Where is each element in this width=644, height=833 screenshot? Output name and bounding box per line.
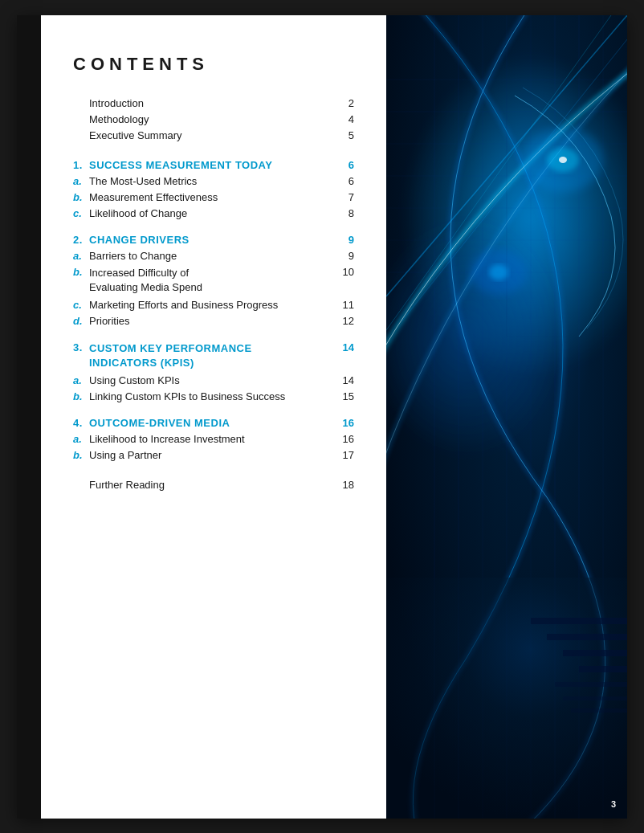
- section-1-sub-1: b. Measurement Effectiveness 7: [73, 191, 354, 203]
- section-1-sub-2: c. Likelihood of Change 8: [73, 207, 354, 219]
- sub-letter-3a: a.: [73, 374, 89, 386]
- intro-label-0: Introduction: [89, 97, 338, 109]
- section-3-sub-0: a. Using Custom KPIs 14: [73, 374, 354, 386]
- section-2-heading: CHANGE DRIVERS: [89, 234, 338, 246]
- sub-text-4a: Likelihood to Increase Investment: [89, 433, 338, 445]
- section-2-sub-1: b. Increased Difficulty ofEvaluating Med…: [73, 266, 354, 295]
- toc-section-2: 2. CHANGE DRIVERS 9 a. Barriers to Chang…: [73, 234, 354, 327]
- svg-point-20: [559, 157, 567, 163]
- section-2-page: 9: [338, 234, 354, 246]
- section-4-sub-1: b. Using a Partner 17: [73, 449, 354, 461]
- toc-section-1: 1. SUCCESS MEASUREMENT TODAY 6 a. The Mo…: [73, 159, 354, 219]
- svg-point-22: [489, 264, 508, 280]
- section-2-sub-3: d. Priorities 12: [73, 315, 354, 327]
- sub-text-3a: Using Custom KPIs: [89, 374, 338, 386]
- svg-rect-29: [563, 650, 627, 656]
- sub-page-1a: 6: [338, 175, 354, 187]
- left-sidebar: [17, 15, 41, 819]
- section-1-page: 6: [338, 159, 354, 171]
- intro-rows: Introduction 2 Methodology 4 Executive S…: [73, 97, 354, 141]
- sub-letter-1b: b.: [73, 191, 89, 203]
- section-3-page: 14: [338, 341, 354, 353]
- svg-rect-33: [571, 708, 627, 713]
- section-3-number: 3.: [73, 341, 89, 353]
- section-4-number: 4.: [73, 417, 89, 429]
- sub-letter-1c: c.: [73, 207, 89, 219]
- sub-page-4b: 17: [338, 449, 354, 461]
- svg-rect-31: [555, 682, 627, 687]
- toc-section-3: 3. CUSTOM KEY PERFORMANCEINDICATORS (KPI…: [73, 341, 354, 402]
- section-1-number: 1.: [73, 159, 89, 171]
- sub-text-2d: Priorities: [89, 315, 338, 327]
- sub-page-1c: 8: [338, 207, 354, 219]
- section-2-heading-row: 2. CHANGE DRIVERS 9: [73, 234, 354, 246]
- section-4-page: 16: [338, 417, 354, 429]
- intro-page-0: 2: [338, 97, 354, 109]
- decorative-image: 3: [386, 15, 627, 819]
- svg-rect-28: [547, 634, 627, 640]
- toc-section-4: 4. OUTCOME-DRIVEN MEDIA 16 a. Likelihood…: [73, 417, 354, 461]
- toc-intro-row-1: Methodology 4: [73, 113, 354, 125]
- toc-intro-row-2: Executive Summary 5: [73, 129, 354, 141]
- section-3-sub-1: b. Linking Custom KPIs to Business Succe…: [73, 390, 354, 402]
- section-3-heading: CUSTOM KEY PERFORMANCEINDICATORS (KPIS): [89, 341, 338, 370]
- svg-rect-30: [579, 666, 627, 672]
- sub-letter-4b: b.: [73, 449, 89, 461]
- intro-page-1: 4: [338, 113, 354, 125]
- sub-letter-3b: b.: [73, 390, 89, 402]
- sub-letter-2b: b.: [73, 266, 89, 278]
- section-2-sub-2: c. Marketing Efforts and Business Progre…: [73, 299, 354, 311]
- sub-text-2a: Barriers to Change: [89, 250, 338, 262]
- section-4-heading: OUTCOME-DRIVEN MEDIA: [89, 417, 338, 429]
- intro-label-1: Methodology: [89, 113, 338, 125]
- sub-text-2c: Marketing Efforts and Business Progress: [89, 299, 338, 311]
- section-3-heading-row: 3. CUSTOM KEY PERFORMANCEINDICATORS (KPI…: [73, 341, 354, 370]
- sub-letter-2a: a.: [73, 250, 89, 262]
- sub-text-1c: Likelihood of Change: [89, 207, 338, 219]
- section-4-sub-0: a. Likelihood to Increase Investment 16: [73, 433, 354, 445]
- sub-page-1b: 7: [338, 191, 354, 203]
- section-4-heading-row: 4. OUTCOME-DRIVEN MEDIA 16: [73, 417, 354, 429]
- sub-letter-4a: a.: [73, 433, 89, 445]
- sub-letter-1a: a.: [73, 175, 89, 187]
- section-2-sub-0: a. Barriers to Change 9: [73, 250, 354, 262]
- contents-title: CONTENTS: [73, 54, 354, 75]
- section-1-sub-0: a. The Most-Used Metrics 6: [73, 175, 354, 187]
- further-reading-page: 18: [338, 479, 354, 491]
- sub-letter-2d: d.: [73, 315, 89, 327]
- section-1-heading-row: 1. SUCCESS MEASUREMENT TODAY 6: [73, 159, 354, 171]
- page-container: CONTENTS Introduction 2 Methodology 4: [17, 15, 627, 819]
- sub-page-2c: 11: [338, 299, 354, 311]
- svg-rect-27: [531, 618, 627, 624]
- sub-text-1a: The Most-Used Metrics: [89, 175, 338, 187]
- further-reading-label: Further Reading: [89, 479, 338, 491]
- sub-page-4a: 16: [338, 433, 354, 445]
- section-1-heading: SUCCESS MEASUREMENT TODAY: [89, 159, 338, 171]
- sub-page-2a: 9: [338, 250, 354, 262]
- section-2-number: 2.: [73, 234, 89, 246]
- sub-letter-2c: c.: [73, 299, 89, 311]
- content-area: CONTENTS Introduction 2 Methodology 4: [41, 15, 386, 819]
- sub-page-2b: 10: [338, 266, 354, 278]
- sub-page-3b: 15: [338, 390, 354, 402]
- intro-page-2: 5: [338, 129, 354, 141]
- sub-text-4b: Using a Partner: [89, 449, 338, 461]
- sub-text-2b: Increased Difficulty ofEvaluating Media …: [89, 266, 338, 295]
- sub-text-1b: Measurement Effectiveness: [89, 191, 338, 203]
- page-number: 3: [611, 799, 616, 809]
- tech-swirl-svg: [386, 15, 627, 819]
- sub-page-3a: 14: [338, 374, 354, 386]
- intro-label-2: Executive Summary: [89, 129, 338, 141]
- further-reading-row: Further Reading 18: [73, 479, 354, 491]
- further-reading-section: Further Reading 18: [73, 479, 354, 491]
- svg-rect-32: [563, 696, 627, 700]
- toc-intro-row-0: Introduction 2: [73, 97, 354, 109]
- sub-text-3b: Linking Custom KPIs to Business Success: [89, 390, 338, 402]
- sub-page-2d: 12: [338, 315, 354, 327]
